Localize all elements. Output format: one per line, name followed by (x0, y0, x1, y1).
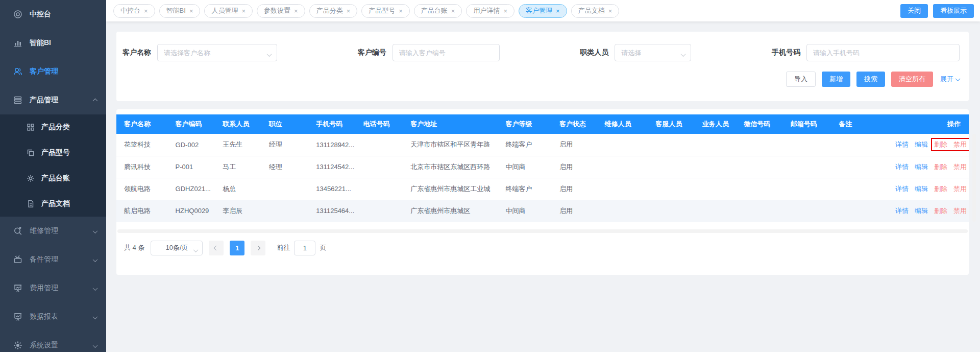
settings-icon (13, 341, 22, 350)
table-row: 航启电路 HZHQ0029 李启辰 131125464... 广东省惠州市惠城区… (116, 200, 969, 222)
detail-link[interactable]: 详情 (895, 140, 909, 149)
col-header: 手机号码 (308, 114, 356, 134)
delete-link[interactable]: 删除 (934, 184, 947, 194)
sidebar-item-reports[interactable]: 数据报表 (0, 302, 106, 331)
field-label: 职类人员 (580, 48, 608, 57)
app-window: 中控台 智能BI 客户管理 产品管理 产品 (0, 0, 980, 352)
board-icon (13, 284, 22, 293)
sidebar-item-product-docs[interactable]: 产品文档 (0, 191, 106, 217)
delete-link[interactable]: 删除 (934, 206, 947, 216)
gear-icon (27, 174, 35, 182)
close-icon[interactable]: × (503, 8, 507, 14)
add-button[interactable]: 新增 (822, 72, 850, 87)
sidebar-item-fees[interactable]: 费用管理 (0, 274, 106, 302)
expand-toggle[interactable]: 展开 (940, 75, 960, 84)
goto-unit: 页 (320, 243, 326, 252)
sidebar-item-repair[interactable]: 维修管理 (0, 217, 106, 245)
tab-product-model[interactable]: 产品型号× (361, 4, 410, 18)
cell: 花篮科技 (116, 134, 168, 156)
disable-link[interactable]: 禁用 (953, 162, 967, 172)
tab-personnel[interactable]: 人员管理× (204, 4, 253, 18)
cell: 广东省惠州市惠城区工业城 (403, 178, 498, 200)
sidebar-item-console[interactable]: 中控台 (0, 0, 106, 29)
prev-page-button[interactable] (209, 241, 224, 255)
delete-link[interactable]: 删除 (934, 162, 947, 172)
sidebar-item-label: 系统设置 (30, 341, 58, 350)
search-button[interactable]: 搜索 (856, 72, 885, 87)
actions-cell: 详情 编辑 删除 禁用 (888, 156, 969, 178)
edit-link[interactable]: 编辑 (915, 140, 928, 149)
customer-name-select[interactable] (157, 44, 277, 61)
sidebar-item-settings[interactable]: 系统设置 (0, 331, 106, 352)
vertical-scrollbar[interactable] (972, 134, 976, 222)
sidebar-item-customers[interactable]: 客户管理 (0, 57, 106, 86)
col-header: 业务人员 (695, 114, 736, 134)
disable-link[interactable]: 禁用 (953, 206, 967, 216)
detail-link[interactable]: 详情 (895, 184, 909, 194)
close-icon[interactable]: × (399, 8, 403, 14)
tab-console[interactable]: 中控台× (113, 4, 155, 18)
kanban-display-button[interactable]: 看板展示 (933, 4, 974, 18)
horizontal-scrollbar[interactable] (117, 229, 968, 233)
close-icon[interactable]: × (347, 8, 351, 14)
import-button[interactable]: 导入 (786, 72, 816, 87)
cell (648, 134, 695, 156)
delete-link[interactable]: 删除 (934, 140, 947, 149)
sidebar-item-product-model[interactable]: 产品型号 (0, 140, 106, 166)
main-content: 客户名称 客户编号 职类人员 (106, 21, 980, 352)
chevron-down-icon (681, 51, 685, 58)
cell (648, 156, 695, 178)
staff-type-select-input[interactable] (615, 44, 691, 61)
tab-customer-mgmt[interactable]: 客户管理× (519, 4, 567, 18)
close-button[interactable]: 关闭 (900, 4, 928, 18)
sidebar-item-products[interactable]: 产品管理 (0, 86, 106, 114)
detail-link[interactable]: 详情 (895, 162, 909, 172)
customer-name-select-input[interactable] (158, 44, 277, 61)
sidebar-item-product-category[interactable]: 产品分类 (0, 114, 106, 140)
sidebar-item-spares[interactable]: 备件管理 (0, 245, 106, 274)
disable-link[interactable]: 禁用 (953, 184, 967, 194)
close-icon[interactable]: × (556, 8, 560, 14)
tab-product-category[interactable]: 产品分类× (309, 4, 358, 18)
edit-link[interactable]: 编辑 (915, 206, 928, 216)
field-label: 客户名称 (122, 48, 151, 57)
next-page-button[interactable] (251, 241, 265, 255)
filter-buttons-row: 导入 新增 搜索 清空所有 展开 (122, 72, 960, 87)
sidebar-item-product-ledger[interactable]: 产品台账 (0, 166, 106, 191)
cell: 杨总 (215, 178, 261, 200)
phone-input[interactable] (807, 44, 959, 61)
goto-page-input[interactable] (294, 241, 315, 255)
close-icon[interactable]: × (294, 8, 298, 14)
tab-product-ledger[interactable]: 产品台账× (414, 4, 462, 18)
cell (597, 200, 648, 222)
customer-code-input[interactable] (393, 44, 499, 61)
table-row: 花篮科技 GD-002 王先生 经理 131128942... 天津市市辖区和平… (116, 134, 969, 156)
field-phone: 手机号码 (772, 44, 960, 61)
col-header: 职位 (261, 114, 309, 134)
sidebar-item-label: 产品型号 (41, 148, 70, 157)
staff-type-select[interactable] (615, 44, 691, 61)
tab-bi[interactable]: 智能BI× (159, 4, 201, 18)
edit-link[interactable]: 编辑 (915, 162, 928, 172)
actions-cell: 详情 编辑 删除 禁用 (888, 178, 969, 200)
current-page[interactable]: 1 (230, 241, 244, 255)
col-header: 客服人员 (648, 114, 695, 134)
chevron-down-icon (194, 246, 198, 254)
close-icon[interactable]: × (608, 8, 612, 14)
cell (736, 200, 783, 222)
sidebar-item-bi[interactable]: 智能BI (0, 29, 106, 57)
edit-link[interactable]: 编辑 (915, 184, 928, 194)
tab-params[interactable]: 参数设置× (257, 4, 305, 18)
col-header-actions: 操作 (888, 114, 969, 134)
page-size-select[interactable]: 10条/页 (151, 241, 203, 255)
detail-link[interactable]: 详情 (895, 206, 909, 216)
close-icon[interactable]: × (189, 8, 193, 14)
clear-all-button[interactable]: 清空所有 (891, 72, 933, 87)
tab-product-docs[interactable]: 产品文档× (571, 4, 620, 18)
disable-link[interactable]: 禁用 (953, 140, 967, 149)
tab-user-detail[interactable]: 用户详情× (466, 4, 514, 18)
close-icon[interactable]: × (144, 8, 148, 14)
cell (597, 178, 648, 200)
close-icon[interactable]: × (241, 8, 246, 14)
close-icon[interactable]: × (451, 8, 455, 14)
